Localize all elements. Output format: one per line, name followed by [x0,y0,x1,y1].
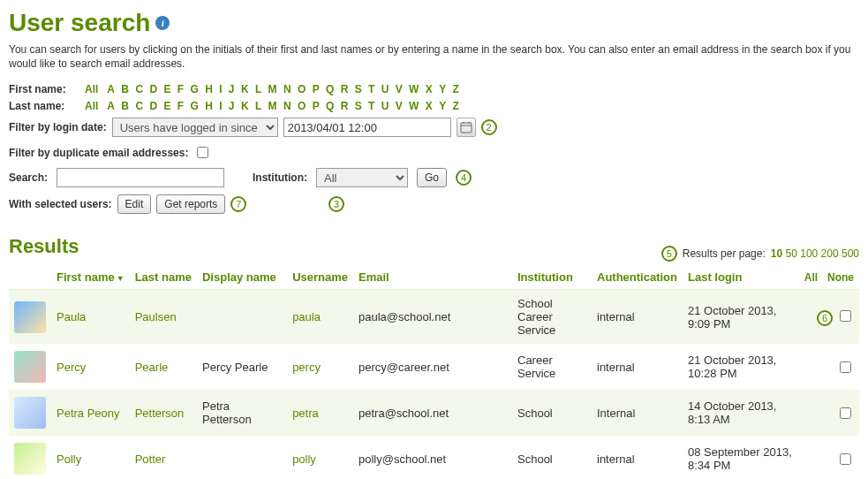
edit-button[interactable]: Edit [117,194,152,214]
institution-select[interactable]: All [316,168,408,187]
avatar[interactable] [14,443,46,475]
first-name-letter-c[interactable]: C [133,83,145,95]
col-username[interactable]: Username [287,265,353,290]
first-name-letter-x[interactable]: X [424,83,434,95]
last-name-letter-x[interactable]: X [424,100,434,112]
first-name-letter-v[interactable]: V [394,83,404,95]
last-name-letter-c[interactable]: C [133,100,145,112]
first-name-letter-s[interactable]: S [353,83,364,95]
first-name-letter-e[interactable]: E [162,83,172,95]
last-name-letter-a[interactable]: A [105,100,117,112]
row-select-checkbox[interactable] [840,361,851,373]
first-name-letter-p[interactable]: P [311,83,321,95]
go-button[interactable]: Go [417,168,447,187]
first-name-letter-d[interactable]: D [147,83,159,95]
first-name-letter-a[interactable]: A [105,83,117,95]
first-name-link[interactable]: Petra Peony [57,407,120,420]
select-all-link[interactable]: All [804,271,818,284]
avatar[interactable] [14,351,46,383]
last-name-letter-m[interactable]: M [267,100,279,112]
last-name-letter-v[interactable]: V [394,100,404,112]
row-select-checkbox[interactable] [840,453,851,465]
first-name-letter-o[interactable]: O [296,83,307,95]
first-name-letter-i[interactable]: I [217,83,223,95]
first-name-link[interactable]: Polly [57,452,81,466]
first-name-letter-t[interactable]: T [366,83,376,95]
login-date-select[interactable]: Users have logged in since [112,118,278,137]
last-name-link[interactable]: Pearle [135,361,169,374]
last-name-all[interactable]: All [83,100,100,112]
get-reports-button[interactable]: Get reports [156,194,225,214]
last-name-letter-k[interactable]: K [239,100,251,112]
username-link[interactable]: polly [292,452,316,466]
last-name-letter-i[interactable]: I [217,100,223,112]
first-name-link[interactable]: Paula [57,310,86,323]
last-name-letter-r[interactable]: R [339,100,351,112]
login-date-input[interactable] [283,118,451,137]
last-name-letter-z[interactable]: Z [451,100,461,112]
last-name-letter-w[interactable]: W [407,100,420,112]
rpp-option-200[interactable]: 200 [821,247,839,260]
first-name-letter-f[interactable]: F [176,83,185,95]
col-authentication[interactable]: Authentication [592,265,683,290]
username-link[interactable]: paula [292,310,321,323]
last-name-letter-l[interactable]: L [253,100,263,112]
username-link[interactable]: petra [292,407,319,420]
calendar-icon[interactable] [457,118,476,137]
first-name-link[interactable]: Percy [57,361,86,374]
last-name-letter-q[interactable]: Q [324,100,336,112]
first-name-letter-q[interactable]: Q [324,83,336,95]
first-name-letter-u[interactable]: U [380,83,391,95]
first-name-letter-r[interactable]: R [339,83,351,95]
first-name-letter-n[interactable]: N [282,83,293,95]
avatar[interactable] [14,301,46,333]
first-name-letter-m[interactable]: M [267,83,279,95]
last-name-letter-n[interactable]: N [282,100,293,112]
last-name-letter-g[interactable]: G [188,100,200,112]
col-display-name[interactable]: Display name [197,265,287,290]
search-input[interactable] [57,168,224,187]
first-name-letter-y[interactable]: Y [437,83,448,95]
avatar[interactable] [14,397,46,429]
last-name-letter-t[interactable]: T [366,100,376,112]
col-first-name[interactable]: First name▼ [51,265,130,290]
first-name-letter-g[interactable]: G [188,83,200,95]
last-name-letter-f[interactable]: F [176,100,185,112]
first-name-letter-l[interactable]: L [253,83,263,95]
info-icon[interactable]: i [155,16,170,30]
col-last-name[interactable]: Last name [130,265,197,290]
last-name-letter-e[interactable]: E [162,100,172,112]
last-name-letter-b[interactable]: B [119,100,131,112]
first-name-letter-z[interactable]: Z [451,83,461,95]
col-institution[interactable]: Institution [512,265,592,290]
dup-email-checkbox[interactable] [197,147,208,158]
last-name-letter-h[interactable]: H [203,100,215,112]
last-name-link[interactable]: Potter [135,452,166,466]
last-name-letter-o[interactable]: O [296,100,307,112]
first-name-letter-j[interactable]: J [227,83,237,95]
row-select-checkbox[interactable] [840,310,851,322]
last-name-link[interactable]: Paulsen [135,310,177,323]
rpp-option-100[interactable]: 100 [800,247,818,260]
first-name-filter-row: First name: All A B C D E F G H I J K L … [9,83,859,95]
first-name-letter-h[interactable]: H [203,83,215,95]
first-name-letter-k[interactable]: K [239,83,251,95]
username-link[interactable]: percy [292,361,321,374]
rpp-option-50[interactable]: 50 [786,247,797,260]
last-name-letter-d[interactable]: D [147,100,159,112]
first-name-letter-w[interactable]: W [407,83,420,95]
select-none-link[interactable]: None [827,271,854,284]
row-select-checkbox[interactable] [840,407,851,419]
last-name-letter-j[interactable]: J [227,100,237,112]
first-name-letter-b[interactable]: B [119,83,131,95]
rpp-option-500[interactable]: 500 [842,247,859,260]
last-name-letter-u[interactable]: U [380,100,391,112]
last-name-letter-s[interactable]: S [353,100,364,112]
rpp-option-10[interactable]: 10 [771,247,782,260]
last-name-letter-p[interactable]: P [311,100,321,112]
last-name-letter-y[interactable]: Y [437,100,448,112]
last-name-link[interactable]: Petterson [135,407,185,420]
col-email[interactable]: Email [353,265,512,290]
first-name-all[interactable]: All [83,83,100,95]
col-last-login[interactable]: Last login [683,265,797,290]
